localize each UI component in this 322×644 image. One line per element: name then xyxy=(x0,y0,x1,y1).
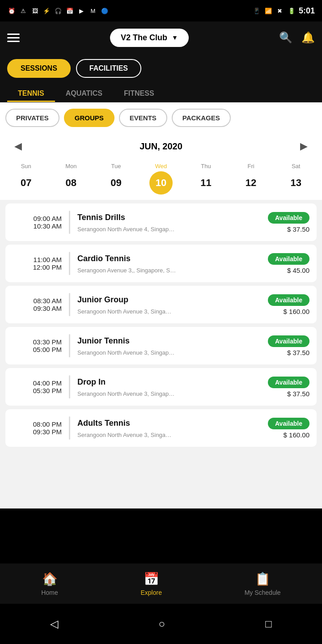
wifi-icon: 📶 xyxy=(264,6,273,15)
session-location-row-1: Serangoon Avenue 3,, Singapore, S… $ 45.… xyxy=(77,267,309,274)
notification-icon[interactable]: 🔔 xyxy=(301,31,315,44)
session-divider-1 xyxy=(69,252,70,275)
nav-label-explore: Explore xyxy=(140,589,161,596)
sport-tab-aquatics[interactable]: AQUATICS xyxy=(55,85,113,102)
session-type-groups[interactable]: GROUPS xyxy=(64,109,114,127)
session-end-3: 05:00 PM xyxy=(33,346,62,353)
session-status-4: Available xyxy=(268,377,309,388)
sport-tab-fitness[interactable]: FITNESS xyxy=(113,85,165,102)
status-icons-right: 📱 📶 ✖ 🔋 5:01 xyxy=(252,6,315,16)
calendar-icon: 📅 xyxy=(65,6,74,15)
session-divider-2 xyxy=(69,293,70,316)
tab-facilities[interactable]: FACILITIES xyxy=(76,59,141,78)
status-bar: ⏰ ⚠ 🖼 ⚡ 🎧 📅 ▶ M 🔵 📱 📶 ✖ 🔋 5:01 xyxy=(0,0,322,21)
session-time-4: 04:00 PM 05:30 PM xyxy=(13,379,62,394)
session-time-5: 08:00 PM 09:30 PM xyxy=(13,420,62,436)
session-status-5: Available xyxy=(268,418,309,429)
calendar-day-13[interactable]: Sat13 xyxy=(276,163,316,195)
calendar-days: Sun07Mon08Tue09Wed10Thu11Fri12Sat13 xyxy=(0,159,322,200)
session-location-3: Serangoon North Avenue 3, Singap… xyxy=(77,349,174,356)
phone-icon: 📱 xyxy=(252,6,261,15)
session-start-1: 11:00 AM xyxy=(34,256,62,263)
session-location-1: Serangoon Avenue 3,, Singapore, S… xyxy=(77,267,176,274)
nav-label-myschedule: My Schedule xyxy=(245,589,281,596)
session-start-2: 08:30 AM xyxy=(34,297,62,305)
tab-sessions[interactable]: SESSIONS xyxy=(7,59,71,78)
nav-item-explore[interactable]: 📅 Explore xyxy=(131,568,170,600)
session-location-5: Serangoon North Avenue 3, Singa… xyxy=(77,432,171,438)
session-start-3: 03:30 PM xyxy=(33,338,62,346)
session-type-events[interactable]: EVENTS xyxy=(119,109,167,127)
home-button[interactable]: ○ xyxy=(145,613,178,635)
nav-item-home[interactable]: 🏠 Home xyxy=(32,568,67,600)
session-end-5: 09:30 PM xyxy=(33,428,62,436)
session-name-0: Tennis Drills xyxy=(77,213,125,222)
prev-month-button[interactable]: ◀ xyxy=(9,139,27,154)
session-type-privates[interactable]: PRIVATES xyxy=(5,109,59,127)
header-right: 🔍 🔔 xyxy=(279,31,315,44)
session-end-0: 10:30 AM xyxy=(34,222,62,230)
session-title-row-0: Tennis Drills Available xyxy=(77,212,309,224)
session-card-2[interactable]: 08:30 AM 09:30 AM Junior Group Available… xyxy=(5,286,317,323)
nav-icon-explore: 📅 xyxy=(144,572,159,586)
search-icon[interactable]: 🔍 xyxy=(279,31,292,44)
no-sim-icon: ✖ xyxy=(275,6,284,15)
calendar-day-08[interactable]: Mon08 xyxy=(51,163,91,195)
session-info-3: Junior Tennis Available Serangoon North … xyxy=(77,335,309,356)
session-card-5[interactable]: 08:00 PM 09:30 PM Adults Tennis Availabl… xyxy=(5,409,317,447)
recents-button[interactable]: □ xyxy=(252,613,285,635)
session-status-2: Available xyxy=(268,294,309,306)
session-title-row-5: Adults Tennis Available xyxy=(77,418,309,429)
main-tab-bar: SESSIONS FACILITIES xyxy=(0,54,322,83)
session-start-5: 08:00 PM xyxy=(33,420,62,428)
session-type-packages[interactable]: PACKAGES xyxy=(172,109,231,127)
vpn-icon: 🔵 xyxy=(100,6,109,15)
dropdown-arrow-icon: ▼ xyxy=(172,34,178,41)
android-nav: ◁ ○ □ xyxy=(0,604,322,644)
session-price-0: $ 37.50 xyxy=(287,225,309,233)
calendar-day-09[interactable]: Tue09 xyxy=(96,163,136,195)
status-icons-left: ⏰ ⚠ 🖼 ⚡ 🎧 📅 ▶ M 🔵 xyxy=(7,6,109,15)
bottom-nav: 🏠 Home 📅 Explore 📋 My Schedule xyxy=(0,564,322,604)
session-list: 09:00 AM 10:30 AM Tennis Drills Availabl… xyxy=(0,200,322,508)
session-end-2: 09:30 AM xyxy=(34,305,62,312)
session-type-bar: PRIVATES GROUPS EVENTS PACKAGES xyxy=(0,102,322,133)
youtube-icon: ▶ xyxy=(77,6,86,15)
session-time-0: 09:00 AM 10:30 AM xyxy=(13,215,62,230)
nav-icon-home: 🏠 xyxy=(42,572,58,586)
session-status-1: Available xyxy=(268,253,309,265)
session-title-row-1: Cardio Tennis Available xyxy=(77,253,309,265)
usb-icon: ⚡ xyxy=(42,6,51,15)
session-price-5: $ 160.00 xyxy=(284,431,309,439)
motorola-icon: M xyxy=(89,6,97,15)
session-info-1: Cardio Tennis Available Serangoon Avenue… xyxy=(77,253,309,274)
session-card-4[interactable]: 04:00 PM 05:30 PM Drop In Available Sera… xyxy=(5,368,317,406)
nav-item-myschedule[interactable]: 📋 My Schedule xyxy=(236,568,290,600)
session-card-0[interactable]: 09:00 AM 10:30 AM Tennis Drills Availabl… xyxy=(5,203,317,241)
session-card-3[interactable]: 03:30 PM 05:00 PM Junior Tennis Availabl… xyxy=(5,327,317,364)
alarm-icon: ⏰ xyxy=(7,6,16,15)
session-divider-4 xyxy=(69,375,70,398)
session-info-0: Tennis Drills Available Serangoon North … xyxy=(77,212,309,233)
calendar-day-10[interactable]: Wed10 xyxy=(141,163,181,195)
sport-tab-bar: TENNIS AQUATICS FITNESS xyxy=(0,83,322,102)
next-month-button[interactable]: ▶ xyxy=(295,139,313,154)
club-selector[interactable]: V2 The Club ▼ xyxy=(110,29,189,47)
calendar-day-12[interactable]: Fri12 xyxy=(231,163,271,195)
calendar-day-11[interactable]: Thu11 xyxy=(186,163,226,195)
session-end-1: 12:00 PM xyxy=(33,263,62,271)
hamburger-menu[interactable] xyxy=(7,34,20,42)
session-title-row-3: Junior Tennis Available xyxy=(77,335,309,347)
header: V2 The Club ▼ 🔍 🔔 xyxy=(0,21,322,54)
calendar-header: ◀ JUN, 2020 ▶ xyxy=(0,133,322,159)
calendar-day-07[interactable]: Sun07 xyxy=(6,163,46,195)
session-info-4: Drop In Available Serangoon North Avenue… xyxy=(77,377,309,398)
back-button[interactable]: ◁ xyxy=(37,613,72,635)
session-card-1[interactable]: 11:00 AM 12:00 PM Cardio Tennis Availabl… xyxy=(5,245,317,282)
club-name: V2 The Club xyxy=(121,33,167,42)
sport-tab-tennis[interactable]: TENNIS xyxy=(7,85,55,102)
session-name-5: Adults Tennis xyxy=(77,419,130,428)
session-price-4: $ 37.50 xyxy=(287,390,309,398)
session-title-row-2: Junior Group Available xyxy=(77,294,309,306)
session-start-0: 09:00 AM xyxy=(34,215,62,222)
